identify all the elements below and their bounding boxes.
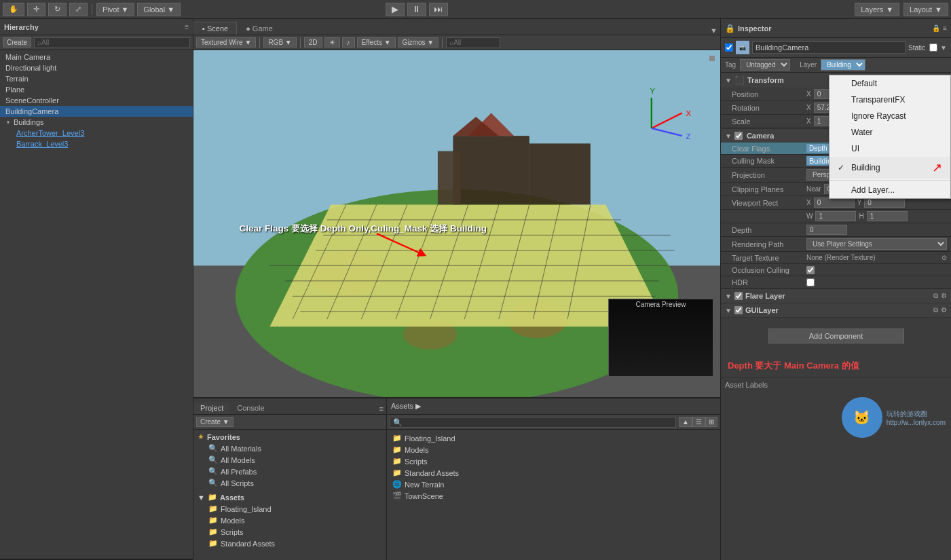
asset-new-terrain[interactable]: 🌐 New Terrain	[390, 479, 717, 490]
hierarchy-item-barrack[interactable]: Barrack_Level3	[0, 138, 193, 149]
flare-layer-checkbox[interactable]	[734, 292, 743, 300]
object-active-checkbox[interactable]	[725, 43, 733, 52]
target-texture-select-btn[interactable]: ⊙	[941, 254, 947, 261]
layer-building-item[interactable]: ✓ Building ↗	[829, 157, 950, 179]
asset-standard-assets[interactable]: 📁 Standard Assets	[390, 467, 717, 479]
assets-sort-btn[interactable]: ▲	[679, 417, 692, 427]
play-btn[interactable]: ▶	[386, 3, 405, 16]
assets-header[interactable]: ▼ 📁 Assets	[195, 491, 385, 503]
layer-select[interactable]: Building	[821, 59, 865, 71]
hdr-checkbox[interactable]	[806, 278, 815, 286]
scene-menu[interactable]: ▼	[710, 26, 717, 35]
gui-layer-checkbox[interactable]	[734, 306, 743, 314]
layer-water-item[interactable]: Water	[829, 124, 950, 141]
layer-default-item[interactable]: Default	[829, 75, 950, 92]
layout-dropdown[interactable]: Layout ▼	[903, 3, 948, 16]
move-tool-btn[interactable]: ✛	[27, 3, 45, 16]
project-menu[interactable]: ≡	[377, 403, 386, 414]
render-path-select[interactable]: Use Player Settings	[806, 238, 947, 250]
hierarchy-item-buildingcamera[interactable]: BuildingCamera	[0, 106, 193, 117]
lighting-btn[interactable]: ☀	[324, 37, 340, 48]
assets-filter-btn[interactable]: ☰	[692, 417, 705, 427]
audio-btn[interactable]: ♪	[342, 37, 355, 48]
flare-layer-header[interactable]: ▼ Flare Layer ⧉ ⚙	[721, 289, 951, 303]
asset-scripts[interactable]: 📁 Scripts	[390, 455, 717, 467]
gui-copy-btn[interactable]: ⧉	[933, 306, 938, 314]
asset-townscene[interactable]: 🎬 TownScene	[390, 490, 717, 502]
hierarchy-create-btn[interactable]: Create	[3, 37, 31, 48]
render-path-row: Rendering Path Use Player Settings	[721, 237, 951, 252]
textured-wire-btn[interactable]: Textured Wire ▼	[196, 37, 256, 48]
hand-tool-btn[interactable]: ✋	[3, 3, 24, 16]
rotate-tool-btn[interactable]: ↻	[48, 3, 67, 16]
scripts-item[interactable]: 📁 Scripts	[195, 526, 385, 538]
project-tab[interactable]: Project	[193, 402, 230, 414]
hierarchy-item-plane[interactable]: Plane	[0, 84, 193, 95]
scene-tab[interactable]: ▪ Scene	[193, 22, 237, 35]
vp-y-input[interactable]	[864, 198, 905, 208]
hierarchy-item-maincamera[interactable]: Main Camera	[0, 52, 193, 62]
hierarchy-item-directionallight[interactable]: Directional light	[0, 62, 193, 73]
gui-layer-header[interactable]: ▼ GUILayer ⧉ ⚙	[721, 303, 951, 317]
occlusion-checkbox[interactable]	[806, 266, 815, 274]
vp-w-input[interactable]	[815, 211, 856, 221]
assets-view-btn[interactable]: ⊞	[705, 417, 717, 427]
project-content: ★ Favorites 🔍 All Materials 🔍 All Models	[193, 430, 386, 560]
hierarchy-item-terrain[interactable]: Terrain	[0, 73, 193, 84]
favorites-header[interactable]: ★ Favorites	[195, 431, 385, 443]
corner-handle[interactable]	[709, 56, 715, 61]
all-models-item[interactable]: 🔍 All Models	[195, 454, 385, 466]
static-dropdown-btn[interactable]: ▼	[940, 44, 947, 52]
scene-search[interactable]	[446, 37, 500, 48]
layer-ui-item[interactable]: UI	[829, 141, 950, 157]
add-component-btn[interactable]: Add Component	[768, 329, 904, 343]
pause-btn[interactable]: ⏸	[407, 3, 426, 16]
standard-assets-item[interactable]: 📁 Standard Assets	[195, 538, 385, 549]
inspector-lock-btn[interactable]: 🔒	[932, 24, 940, 32]
floating-island-item[interactable]: 📁 Floating_Island	[195, 503, 385, 515]
gui-settings-btn[interactable]: ⚙	[941, 306, 947, 314]
layers-dropdown[interactable]: Layers ▼	[855, 3, 899, 16]
tag-select[interactable]: Untagged	[740, 59, 790, 71]
depth-input[interactable]	[806, 225, 847, 235]
all-prefabs-item[interactable]: 🔍 All Prefabs	[195, 466, 385, 477]
hierarchy-item-archertower[interactable]: ArcherTower_Level3	[0, 128, 193, 138]
all-materials-item[interactable]: 🔍 All Materials	[195, 443, 385, 454]
2d-btn[interactable]: 2D	[304, 37, 322, 48]
layer-transparentfx-item[interactable]: TransparentFX	[829, 92, 950, 108]
occlusion-row: Occlusion Culling	[721, 264, 951, 276]
effects-btn[interactable]: Effects ▼	[357, 37, 396, 48]
models-item[interactable]: 📁 Models	[195, 515, 385, 526]
object-name-input[interactable]	[752, 41, 906, 54]
hierarchy-item-scenecontroller[interactable]: SceneController	[0, 95, 193, 106]
hierarchy-search[interactable]	[34, 37, 190, 48]
asset-models[interactable]: 📁 Models	[390, 444, 717, 455]
static-checkbox[interactable]	[929, 43, 937, 52]
asset-floating-island[interactable]: 📁 Floating_Island	[390, 432, 717, 444]
rgb-btn[interactable]: RGB ▼	[263, 37, 296, 48]
hierarchy-menu[interactable]: ≡	[185, 23, 189, 31]
vp-h-input[interactable]	[867, 211, 908, 221]
camera-preview: Camera Preview	[608, 299, 713, 377]
game-tab[interactable]: ● Game	[237, 22, 282, 35]
vp-x-input[interactable]	[814, 198, 855, 208]
hierarchy-list: Main Camera Directional light Terrain Pl…	[0, 50, 193, 559]
assets-path: Assets ▶	[391, 402, 421, 411]
flare-settings-btn[interactable]: ⚙	[941, 292, 947, 300]
camera-enable-checkbox[interactable]	[734, 132, 743, 140]
inspector-menu-btn[interactable]: ≡	[943, 24, 947, 32]
layer-add-item[interactable]: Add Layer...	[829, 182, 950, 198]
pivot-btn[interactable]: Pivot ▼	[96, 3, 134, 16]
assets-search[interactable]	[390, 417, 676, 428]
gizmos-btn[interactable]: Gizmos ▼	[398, 37, 439, 48]
global-btn[interactable]: Global ▼	[137, 3, 181, 16]
layer-ignore-raycast-item[interactable]: Ignore Raycast	[829, 108, 950, 124]
console-tab[interactable]: Console	[230, 402, 271, 414]
projection-label: Projection	[732, 171, 806, 179]
step-btn[interactable]: ⏭	[429, 3, 448, 16]
hierarchy-item-buildings[interactable]: ▼ Buildings	[0, 117, 193, 128]
scale-tool-btn[interactable]: ⤢	[69, 3, 88, 16]
all-scripts-item[interactable]: 🔍 All Scripts	[195, 477, 385, 489]
flare-copy-btn[interactable]: ⧉	[933, 292, 938, 300]
project-create-btn[interactable]: Create ▼	[196, 417, 234, 427]
